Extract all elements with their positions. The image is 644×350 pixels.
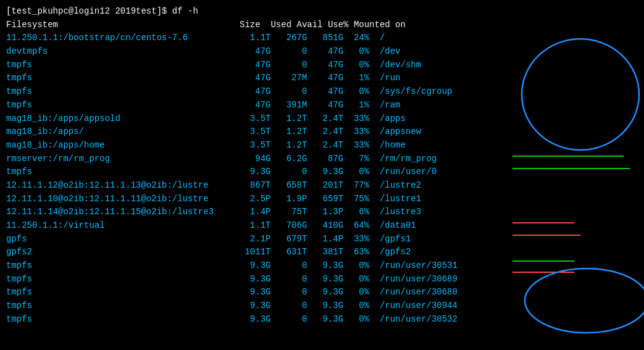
df-row: 11.250.1.1:/virtual 1.1T 706G 410G 64% /… — [6, 219, 638, 233]
df-row: tmpfs 9.3G 0 9.3G 0% /run/user/30532 — [6, 313, 638, 327]
df-row: gpfs2 1011T 631T 381T 63% /gpfs2 — [6, 246, 638, 259]
df-row: mag18_ib:/apps/ 3.5T 1.2T 2.4T 33% /apps… — [6, 125, 638, 139]
df-row: rmserver:/rm/rm_prog 94G 6.2G 87G 7% /rm… — [6, 152, 638, 166]
df-row: tmpfs 9.3G 0 9.3G 0% /run/user/30680 — [6, 286, 638, 299]
prompt-line: [test_pkuhpc@login12 2019test]$ df -h — [6, 5, 638, 19]
df-row: tmpfs 9.3G 0 9.3G 0% /run/user/30944 — [6, 299, 638, 313]
df-row: 12.11.1.10@o2ib:12.11.1.11@o2ib:/lustre … — [6, 193, 638, 206]
df-row: tmpfs 47G 0 47G 0% /sys/fs/cgroup — [6, 85, 638, 99]
df-row: devtmpfs 47G 0 47G 0% /dev — [6, 45, 638, 59]
df-row: tmpfs 9.3G 0 9.3G 0% /run/user/30689 — [6, 273, 638, 286]
terminal: [test_pkuhpc@login12 2019test]$ df -h Fi… — [6, 5, 638, 350]
df-row: 12.11.1.12@o2ib:12.11.1.13@o2ib:/lustre … — [6, 179, 638, 193]
header-line: Filesystem Size Used Avail Use% Mounted … — [6, 19, 638, 32]
terminal-wrapper: [test_pkuhpc@login12 2019test]$ df -h Fi… — [6, 5, 638, 350]
df-row: tmpfs 9.3G 0 9.3G 0% /run/user/30531 — [6, 259, 638, 273]
df-row: tmpfs 47G 0 47G 0% /dev/shm — [6, 59, 638, 72]
df-row: gpfs 2.1P 679T 1.4P 33% /gpfs1 — [6, 233, 638, 246]
df-row: 11.250.1.1:/bootstrap/cn/centos-7.6 1.1T… — [6, 31, 638, 45]
df-row: tmpfs 47G 27M 47G 1% /run — [6, 72, 638, 85]
df-row: mag18_ib:/apps/home 3.5T 1.2T 2.4T 33% /… — [6, 139, 638, 152]
df-row: 12.11.1.14@o2ib:12.11.1.15@o2ib:/lustre3… — [6, 206, 638, 219]
df-row: tmpfs 9.3G 0 9.3G 0% /run/user/0 — [6, 165, 638, 179]
df-row: mag18_ib:/apps/appsold 3.5T 1.2T 2.4T 33… — [6, 112, 638, 126]
df-output: 11.250.1.1:/bootstrap/cn/centos-7.6 1.1T… — [6, 31, 638, 326]
df-row: tmpfs 47G 391M 47G 1% /ram — [6, 99, 638, 112]
